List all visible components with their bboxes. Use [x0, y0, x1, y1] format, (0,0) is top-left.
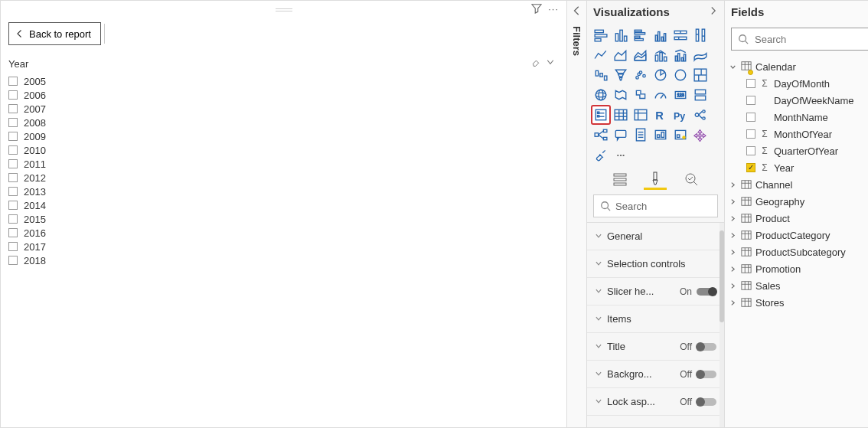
filters-rail[interactable]: Filters [567, 1, 587, 427]
checkbox[interactable] [746, 129, 755, 139]
checkbox[interactable] [746, 79, 755, 88]
viz-key-influencers[interactable] [691, 106, 710, 124]
tab-format[interactable] [644, 168, 667, 190]
filter-icon[interactable] [531, 3, 542, 16]
tab-fields[interactable] [609, 168, 631, 190]
viz-more-options[interactable]: ··· [612, 145, 630, 164]
slicer-item[interactable]: 2018 [8, 253, 560, 267]
fields-search-input[interactable] [753, 33, 868, 46]
table-geography[interactable]: Geography [729, 193, 868, 210]
checkbox[interactable] [8, 228, 18, 237]
viz-stacked-bar[interactable] [592, 26, 610, 44]
field-dayofmonth[interactable]: ΣDayOfMonth [729, 75, 868, 92]
viz-power-apps[interactable] [651, 126, 670, 144]
checkbox[interactable] [8, 77, 18, 86]
viz-line[interactable] [592, 46, 610, 64]
checkbox[interactable] [8, 256, 18, 265]
format-row[interactable]: Lock asp...Off [587, 388, 724, 416]
viz-paginated-report[interactable] [631, 126, 650, 144]
viz-r-visual[interactable]: R [651, 106, 670, 124]
format-row[interactable]: Selection controls [587, 250, 724, 278]
checkbox[interactable] [746, 113, 755, 122]
toggle[interactable]: On [680, 286, 716, 297]
report-canvas[interactable]: ··· Back to report Year 2005200620072008… [1, 1, 567, 427]
viz-power-automate[interactable] [671, 126, 690, 144]
collapse-viz-icon[interactable] [709, 6, 718, 18]
table-channel[interactable]: Channel [729, 176, 868, 193]
checkbox[interactable] [8, 90, 18, 100]
format-row[interactable]: TitleOff [587, 333, 724, 361]
viz-clustered-bar[interactable] [631, 26, 650, 44]
viz-map[interactable] [592, 86, 610, 104]
format-row[interactable]: General [587, 223, 724, 250]
fields-search[interactable] [731, 28, 868, 51]
slicer-item[interactable]: 2006 [8, 88, 560, 102]
viz-shape-map[interactable] [631, 86, 650, 104]
checkbox[interactable] [8, 118, 18, 127]
slicer-item[interactable]: 2015 [8, 212, 560, 226]
viz-line-stacked-column[interactable] [651, 46, 670, 64]
viz-slicer[interactable] [592, 106, 610, 124]
viz-funnel[interactable] [612, 66, 630, 84]
checkbox[interactable] [8, 214, 18, 224]
checkbox[interactable] [8, 173, 18, 182]
more-options-icon[interactable]: ··· [548, 3, 559, 16]
expand-filters-icon[interactable] [572, 5, 582, 18]
slicer-item[interactable]: 2012 [8, 171, 560, 185]
checkbox[interactable] [746, 96, 755, 105]
viz-line-clustered-column[interactable] [671, 46, 690, 64]
toggle[interactable]: Off [680, 369, 716, 380]
checkbox[interactable] [8, 187, 18, 196]
slicer-item[interactable]: 2016 [8, 226, 560, 240]
viz-stacked-column[interactable] [612, 26, 630, 44]
table-calendar[interactable]: Calendar [729, 58, 868, 75]
viz-get-more[interactable] [691, 126, 710, 144]
slicer-item[interactable]: 2011 [8, 157, 560, 171]
table-product[interactable]: Product [729, 210, 868, 227]
viz-decomposition-tree[interactable] [592, 126, 610, 144]
table-productsubcategory[interactable]: ProductSubcategory [729, 243, 868, 260]
viz-pie[interactable] [651, 66, 670, 84]
viz-filled-map[interactable] [612, 86, 630, 104]
slicer-item[interactable]: 2017 [8, 240, 560, 253]
table-sales[interactable]: Sales [729, 277, 868, 294]
checkbox[interactable] [8, 145, 18, 155]
chevron-down-icon[interactable] [546, 57, 555, 70]
format-row[interactable]: Backgro...Off [587, 361, 724, 388]
viz-py-visual[interactable]: Py [671, 106, 690, 124]
checkbox[interactable] [8, 132, 18, 141]
slicer-item[interactable]: 2014 [8, 198, 560, 212]
toggle[interactable]: Off [680, 341, 716, 352]
checkbox[interactable] [8, 201, 18, 210]
viz-multi-row-card[interactable] [691, 86, 710, 104]
format-search[interactable]: Search [593, 194, 718, 217]
slicer-item[interactable]: 2009 [8, 129, 560, 143]
viz-brush[interactable] [592, 145, 610, 164]
viz-area[interactable] [612, 46, 630, 64]
table-stores[interactable]: Stores [729, 294, 868, 311]
format-row[interactable]: Slicer he...On [587, 278, 724, 305]
field-monthname[interactable]: MonthName [729, 109, 868, 126]
viz-waterfall[interactable] [592, 66, 610, 84]
drag-handle-icon[interactable] [276, 8, 292, 11]
viz-ribbon[interactable] [691, 46, 710, 64]
tab-analytics[interactable] [680, 168, 703, 190]
table-productcategory[interactable]: ProductCategory [729, 227, 868, 243]
checkbox[interactable] [8, 242, 18, 251]
viz-matrix[interactable] [631, 106, 650, 124]
eraser-icon[interactable] [531, 57, 541, 70]
back-to-report-button[interactable]: Back to report [8, 22, 101, 45]
viz-100-stacked-column[interactable] [691, 26, 710, 44]
viz-100-stacked-bar[interactable] [671, 26, 690, 44]
checkbox[interactable] [8, 159, 18, 168]
viz-scatter[interactable] [631, 66, 650, 84]
slicer-item[interactable]: 2013 [8, 185, 560, 198]
viz-gauge[interactable] [651, 86, 670, 104]
slicer-item[interactable]: 2007 [8, 102, 560, 116]
field-quarterofyear[interactable]: ΣQuarterOfYear [729, 142, 868, 159]
table-promotion[interactable]: Promotion [729, 260, 868, 277]
viz-table[interactable] [612, 106, 630, 124]
viz-clustered-column[interactable] [651, 26, 670, 44]
viz-qna[interactable] [612, 126, 630, 144]
checkbox[interactable] [8, 104, 18, 113]
